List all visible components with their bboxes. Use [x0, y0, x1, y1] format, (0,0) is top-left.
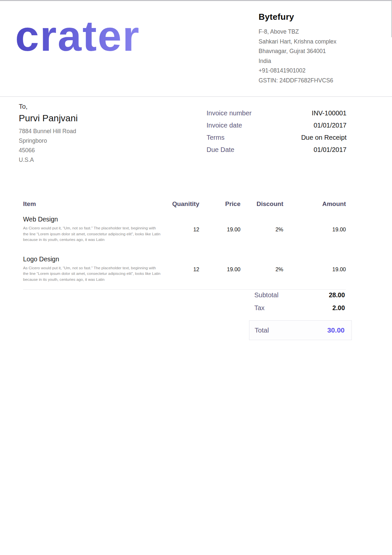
column-header-discount: Discount: [240, 200, 283, 208]
crater-logo: crater: [15, 15, 140, 57]
item-quantity: 12: [165, 216, 199, 243]
item-discount: 2%: [240, 216, 283, 243]
customer-address: 7884 Bunnel Hill Road Springboro 45066 U…: [19, 127, 151, 165]
invoice-number-label: Invoice number: [207, 109, 252, 117]
company-address: F-8, Above TBZ Sahkari Hart, Krishna com…: [259, 27, 384, 85]
items-table-header: Item Quanitity Price Discount Amount: [23, 200, 346, 208]
item-cell: Logo Design As Cicero would put it, “Um,…: [23, 255, 165, 283]
invoice-date-label: Invoice date: [207, 122, 242, 129]
customer-address-line: 7884 Bunnel Hill Road: [19, 127, 151, 136]
item-quantity: 12: [165, 255, 199, 283]
items-table: Item Quanitity Price Discount Amount Web…: [23, 200, 346, 290]
invoice-meta: Invoice number INV-100001 Invoice date 0…: [207, 109, 347, 158]
invoice-number-value: INV-100001: [312, 109, 347, 117]
subtotal-label: Subtotal: [254, 291, 278, 299]
customer-address-line: U.S.A: [19, 155, 151, 165]
total-value: 30.00: [327, 326, 345, 334]
invoice-date-row: Invoice date 01/01/2017: [207, 122, 347, 129]
bill-to-block: To, Purvi Panjvani 7884 Bunnel Hill Road…: [19, 103, 151, 165]
company-address-line: Sahkari Hart, Krishna complex: [259, 37, 384, 47]
due-date-value: 01/01/2017: [314, 146, 347, 154]
company-info: Bytefury F-8, Above TBZ Sahkari Hart, Kr…: [259, 12, 384, 85]
company-address-line: Bhavnagar, Gujrat 364001: [259, 46, 384, 56]
totals-block: Subtotal 28.00 Tax 2.00 Total 30.00: [249, 291, 352, 340]
item-cell: Web Design As Cicero would put it, “Um, …: [23, 216, 165, 243]
item-price: 19.00: [199, 216, 240, 243]
column-header-amount: Amount: [283, 200, 346, 208]
company-address-line: F-8, Above TBZ: [259, 27, 384, 37]
item-discount: 2%: [240, 255, 283, 283]
subtotal-row: Subtotal 28.00: [249, 291, 352, 299]
company-phone: +91-08141901002: [259, 66, 384, 76]
column-header-quantity: Quanitity: [165, 200, 199, 208]
item-amount: 19.00: [283, 216, 346, 243]
header-divider: [0, 96, 392, 97]
company-gstin: GSTIN: 24DDF7682FHVCS6: [259, 76, 384, 86]
item-name: Logo Design: [23, 255, 165, 263]
item-description: As Cicero would put it, “Um, not so fast…: [23, 225, 161, 243]
table-row: Logo Design As Cicero would put it, “Um,…: [23, 255, 346, 283]
column-header-price: Price: [199, 200, 240, 208]
invoice-number-row: Invoice number INV-100001: [207, 109, 347, 117]
item-price: 19.00: [199, 255, 240, 283]
terms-row: Terms Due on Receipt: [207, 134, 347, 141]
item-description: As Cicero would put it, “Um, not so fast…: [23, 265, 161, 283]
tax-row: Tax 2.00: [249, 304, 352, 312]
due-date-label: Due Date: [207, 146, 235, 154]
customer-address-line: 45066: [19, 146, 151, 155]
tax-value: 2.00: [332, 304, 345, 312]
due-date-row: Due Date 01/01/2017: [207, 146, 347, 154]
invoice-page: crater Bytefury F-8, Above TBZ Sahkari H…: [0, 0, 392, 555]
terms-label: Terms: [207, 134, 224, 141]
invoice-date-value: 01/01/2017: [314, 122, 347, 129]
customer-address-line: Springboro: [19, 136, 151, 146]
top-edge-line: [0, 0, 392, 1]
company-name: Bytefury: [259, 12, 384, 22]
total-label: Total: [255, 326, 269, 334]
item-name: Web Design: [23, 216, 165, 223]
total-box: Total 30.00: [249, 320, 352, 340]
bill-to-label: To,: [19, 103, 151, 110]
column-header-item: Item: [23, 200, 165, 208]
items-divider: [23, 289, 346, 290]
item-amount: 19.00: [283, 255, 346, 283]
tax-label: Tax: [254, 304, 265, 312]
customer-name: Purvi Panjvani: [19, 113, 151, 124]
terms-value: Due on Receipt: [301, 134, 347, 141]
company-address-line: India: [259, 56, 384, 66]
subtotal-value: 28.00: [329, 291, 345, 299]
table-row: Web Design As Cicero would put it, “Um, …: [23, 216, 346, 243]
